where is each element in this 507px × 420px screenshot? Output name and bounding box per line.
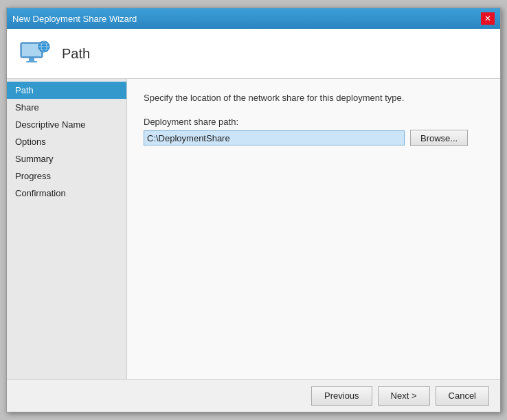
sidebar-item-progress[interactable]: Progress	[7, 167, 126, 185]
wizard-icon	[18, 37, 51, 70]
sidebar-item-share[interactable]: Share	[7, 99, 126, 116]
sidebar-item-path[interactable]: Path	[7, 82, 126, 99]
sidebar-item-options[interactable]: Options	[7, 133, 126, 150]
page-title: Path	[62, 46, 90, 62]
cancel-button[interactable]: Cancel	[436, 386, 489, 406]
wizard-header: Path	[7, 29, 500, 79]
footer: Previous Next > Cancel	[7, 379, 500, 412]
window-title: New Deployment Share Wizard	[12, 14, 137, 24]
close-button[interactable]: ✕	[481, 12, 495, 25]
sidebar: Path Share Descriptive Name Options Summ…	[7, 79, 127, 379]
content-area: Path Share Descriptive Name Options Summ…	[7, 79, 500, 379]
sidebar-item-confirmation[interactable]: Confirmation	[7, 185, 126, 202]
path-input-row: Browse...	[144, 130, 484, 146]
svg-rect-3	[26, 61, 37, 62]
browse-button[interactable]: Browse...	[410, 130, 468, 146]
sidebar-item-summary[interactable]: Summary	[7, 150, 126, 167]
main-content: Specify the location of the network shar…	[127, 79, 500, 379]
path-form-group: Deployment share path: Browse...	[144, 117, 484, 146]
sidebar-item-descriptive-name[interactable]: Descriptive Name	[7, 116, 126, 133]
svg-rect-2	[29, 58, 34, 61]
description-text: Specify the location of the network shar…	[144, 93, 484, 103]
previous-button[interactable]: Previous	[311, 386, 372, 406]
deployment-share-path-input[interactable]	[144, 130, 405, 145]
next-button[interactable]: Next >	[378, 386, 430, 406]
path-label: Deployment share path:	[144, 117, 484, 127]
wizard-window: New Deployment Share Wizard ✕ Path	[6, 8, 501, 412]
title-bar: New Deployment Share Wizard ✕	[7, 8, 500, 29]
